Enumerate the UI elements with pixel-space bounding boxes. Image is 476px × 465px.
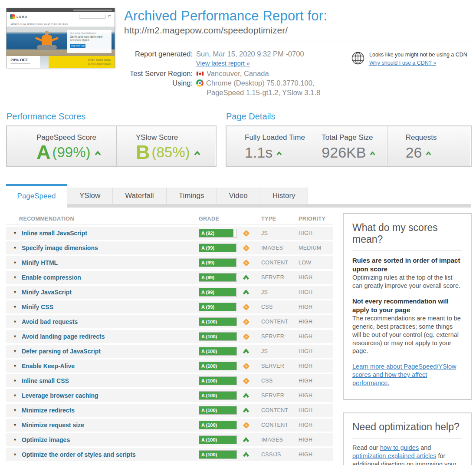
- grade-bar: A (99): [199, 288, 237, 297]
- region-value: Vancouver, Canada: [207, 69, 269, 78]
- table-row[interactable]: ▼Minimize request sizeA (100)CONTENTHIGH: [6, 419, 333, 432]
- type-cell: SERVER: [261, 392, 299, 399]
- type-cell: JS: [261, 230, 299, 236]
- tab-timings[interactable]: Timings: [167, 188, 217, 204]
- recommendation-name: Avoid landing page redirects: [22, 333, 105, 340]
- optimization-articles-link[interactable]: optimization explained articles: [352, 452, 436, 459]
- view-latest-report-link[interactable]: View latest report »: [196, 60, 250, 67]
- priority-cell: LOW: [299, 260, 333, 266]
- tab-pagespeed[interactable]: PageSpeed: [6, 184, 67, 208]
- expand-arrow-icon: ▼: [13, 379, 17, 383]
- grade-text: A (100): [201, 392, 217, 400]
- table-row[interactable]: ▼Optimize the order of styles and script…: [6, 448, 333, 461]
- cdn-link[interactable]: Why should I use a CDN? »: [369, 60, 436, 66]
- rules-sorted-heading: Rules are sorted in order of impact upon…: [352, 257, 460, 273]
- total-page-size-value: 926KB: [322, 144, 366, 161]
- type-cell: CSS/JS: [261, 452, 299, 458]
- pagespeed-score-cell: PageSpeed Score A (99%): [7, 126, 116, 166]
- trend-up-icon[interactable]: [370, 152, 375, 155]
- report-generated-value: Sun, Mar 15, 2020 9:32 PM -0700: [196, 50, 304, 58]
- expand-arrow-icon: ▼: [13, 231, 17, 235]
- table-row[interactable]: ▼Minimize redirectsA (100)CONTENTHIGH: [6, 404, 333, 417]
- requests-label: Requests: [406, 133, 471, 142]
- table-row[interactable]: ▼Avoid bad requestsA (100)CONTENTHIGH: [6, 315, 333, 328]
- table-row[interactable]: ▼Leverage browser cachingA (100)SERVERHI…: [6, 389, 333, 402]
- table-row[interactable]: ▼Optimize imagesA (100)IMAGESHIGH: [6, 433, 333, 446]
- tab-yslow[interactable]: YSlow: [67, 188, 113, 204]
- learn-more-link[interactable]: Learn more about PageSpeed/YSlow scores …: [352, 363, 456, 386]
- tab-video[interactable]: Video: [217, 188, 260, 204]
- report-header: LUMA What's New Women Men Gear Training …: [0, 0, 476, 97]
- optimization-help-title: Need optimization help?: [352, 421, 462, 439]
- table-row[interactable]: ▼Specify image dimensionsA (99)IMAGESMED…: [6, 241, 333, 254]
- region-label: Test Server Region:: [124, 69, 193, 78]
- how-to-guides-link[interactable]: how to guides: [380, 444, 419, 451]
- recommendation-name: Minify JavaScript: [22, 289, 72, 296]
- type-cell: SERVER: [261, 363, 299, 369]
- diamond-icon: [243, 230, 249, 237]
- scores-meaning-title: What do my scores mean?: [352, 222, 462, 251]
- trend-up-icon[interactable]: [426, 152, 431, 155]
- tab-history[interactable]: History: [260, 188, 308, 204]
- expand-arrow-icon: ▼: [13, 246, 17, 250]
- optimization-help-box: Need optimization help? Read our how to …: [343, 412, 472, 465]
- table-row[interactable]: ▼Enable compressionA (99)SERVERHIGH: [6, 271, 333, 284]
- header-divider: [124, 42, 472, 42]
- table-row[interactable]: ▼Minify JavaScriptA (99)JSHIGH: [6, 286, 333, 299]
- thumb-hero-headline: Get fit and look fab in new seasonal sty…: [70, 35, 109, 43]
- trend-up-icon[interactable]: [95, 151, 101, 155]
- help-p1-mid: and: [419, 444, 431, 451]
- type-cell: SERVER: [261, 274, 299, 280]
- not-every-heading: Not every recommendation will apply to y…: [352, 297, 449, 313]
- table-row[interactable]: ▼Minify CSSA (99)CSSHIGH: [6, 300, 333, 313]
- recommendation-name: Avoid bad requests: [22, 318, 78, 325]
- report-generated-label: Report generated:: [124, 50, 193, 58]
- expand-arrow-icon: ▼: [13, 393, 17, 398]
- performance-scores-title: Performance Scores: [7, 112, 217, 122]
- recommendation-name: Minify CSS: [22, 303, 53, 310]
- performance-scores-section: Performance Scores PageSpeed Score A (99…: [6, 112, 217, 167]
- yslow-percent: (85%): [152, 144, 190, 161]
- luma-logo-icon: [10, 14, 15, 19]
- header-grade: GRADE: [199, 216, 261, 222]
- page-screenshot-thumbnail[interactable]: LUMA What's New Women Men Gear Training …: [6, 8, 115, 68]
- tab-waterfall[interactable]: Waterfall: [113, 188, 166, 204]
- grade-bar: A (100): [199, 406, 237, 415]
- thumb-hero: New Luma Yoga Collection Get fit and loo…: [7, 27, 115, 56]
- diamond-icon: [243, 303, 249, 310]
- table-row[interactable]: ▼Defer parsing of JavaScriptA (100)JSHIG…: [6, 345, 333, 358]
- grade-bar: A (100): [199, 317, 237, 326]
- thumb-search-box: [79, 15, 106, 19]
- header-type: TYPE: [261, 216, 299, 222]
- trend-up-icon[interactable]: [276, 152, 282, 155]
- thumb-cart-icon: [108, 15, 111, 18]
- grade-text: A (100): [201, 333, 217, 341]
- page-details-section: Page Details Fully Loaded Time 1.1s Tota…: [226, 112, 472, 167]
- table-row[interactable]: ▼Avoid landing page redirectsA (100)SERV…: [6, 330, 333, 343]
- scores-meaning-box: What do my scores mean? Rules are sorted…: [343, 213, 472, 400]
- type-cell: CSS: [261, 304, 299, 310]
- table-row[interactable]: ▼Enable Keep-AliveA (100)SERVERHIGH: [6, 359, 333, 373]
- trend-up-icon[interactable]: [194, 151, 200, 155]
- grade-bar: A (100): [199, 391, 237, 400]
- priority-cell: HIGH: [299, 304, 333, 310]
- priority-cell: HIGH: [299, 274, 333, 280]
- improved-arrow-icon: [243, 408, 249, 413]
- priority-cell: HIGH: [299, 407, 333, 413]
- expand-arrow-icon: ▼: [13, 320, 17, 324]
- table-row[interactable]: ▼Inline small JavaScriptA (92)JSHIGH: [6, 227, 333, 240]
- header-recommendation: RECOMMENDATION: [6, 216, 199, 222]
- recommendation-name: Minimize redirects: [22, 407, 75, 414]
- improved-arrow-icon: [243, 275, 249, 280]
- table-row[interactable]: ▼Minify HTMLA (99)CONTENTLOW: [6, 256, 333, 269]
- grade-text: A (99): [201, 288, 214, 297]
- recommendation-name: Inline small JavaScript: [22, 230, 87, 237]
- grade-bar: A (100): [199, 347, 237, 356]
- priority-cell: MEDIUM: [299, 245, 333, 251]
- table-row[interactable]: ▼Inline small CSSA (100)CSSHIGH: [6, 374, 333, 387]
- type-cell: JS: [261, 348, 299, 354]
- grade-text: A (92): [201, 229, 214, 237]
- fully-loaded-time-value: 1.1s: [245, 144, 272, 161]
- thumb-hero-kicker: New Luma Yoga Collection: [70, 32, 109, 34]
- page-details-title: Page Details: [226, 112, 472, 122]
